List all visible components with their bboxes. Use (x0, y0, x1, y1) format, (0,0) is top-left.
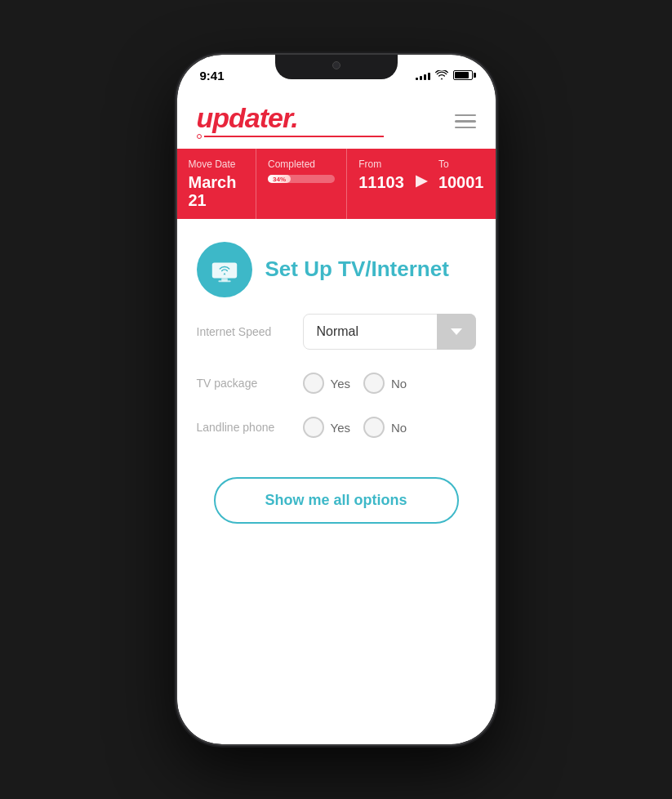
hamburger-line-1 (455, 114, 476, 117)
svg-rect-0 (211, 262, 236, 278)
tv-internet-icon (209, 254, 240, 285)
tv-package-row: TV package Yes No (197, 373, 476, 394)
completed-cell: Completed 34% (256, 149, 347, 219)
wifi-icon (435, 70, 448, 80)
signal-bar-3 (424, 74, 426, 80)
app-header: updater. (177, 91, 496, 149)
tv-package-no-radio[interactable] (363, 373, 385, 394)
cta-label: Show me all options (265, 492, 407, 508)
progress-label: 34% (273, 176, 286, 183)
landline-yes-option[interactable]: Yes (303, 417, 350, 438)
signal-bar-4 (428, 73, 430, 80)
landline-no-radio[interactable] (363, 417, 385, 438)
tv-package-yes-label: Yes (331, 377, 350, 391)
phone-screen: 9:41 (177, 55, 496, 744)
to-section: To 10001 (438, 158, 484, 191)
tv-internet-icon-circle (197, 242, 252, 297)
section-title: Set Up TV/Internet (265, 257, 449, 282)
move-date-value: March 21 (189, 173, 245, 209)
landline-no-label: No (391, 421, 407, 435)
from-section: From 11103 (358, 158, 404, 191)
from-value: 11103 (358, 173, 404, 191)
completed-label: Completed (268, 158, 335, 170)
tv-package-yes-option[interactable]: Yes (303, 373, 350, 394)
logo-text: updater. (197, 104, 384, 132)
internet-speed-label: Internet Speed (197, 325, 303, 338)
tv-package-label: TV package (197, 377, 303, 390)
battery-icon (453, 70, 473, 80)
landline-yes-radio[interactable] (303, 417, 324, 438)
hamburger-line-2 (455, 120, 476, 123)
landline-phone-radio-group: Yes No (303, 417, 476, 438)
move-date-label: Move Date (189, 158, 245, 170)
show-options-button[interactable]: Show me all options (214, 477, 459, 524)
move-date-cell: Move Date March 21 (177, 149, 257, 219)
progress-bar-container: 34% (268, 175, 335, 183)
chevron-down-icon (451, 328, 462, 335)
status-icons (416, 70, 473, 80)
tv-package-radio-group: Yes No (303, 373, 476, 394)
status-time: 9:41 (200, 69, 225, 83)
tv-package-no-label: No (391, 377, 407, 391)
svg-rect-2 (218, 280, 230, 282)
route-arrow: ▶ (416, 158, 427, 191)
phone-frame: 9:41 (177, 55, 496, 744)
stats-bar: Move Date March 21 Completed 34% From (177, 149, 496, 219)
hamburger-line-3 (455, 127, 476, 129)
tv-package-no-option[interactable]: No (363, 373, 407, 394)
form-section: Internet Speed Normal TV package Y (177, 314, 496, 438)
landline-no-option[interactable]: No (363, 417, 407, 438)
signal-bar-1 (416, 78, 418, 80)
battery-fill (455, 72, 469, 78)
tv-package-yes-radio[interactable] (303, 373, 324, 394)
cta-container: Show me all options (177, 461, 496, 548)
signal-icon (416, 70, 430, 80)
landline-yes-label: Yes (331, 421, 350, 435)
landline-phone-row: Landline phone Yes No (197, 417, 476, 438)
signal-bar-2 (420, 76, 422, 80)
to-label: To (438, 158, 484, 170)
from-label: From (358, 158, 404, 170)
logo-dash (204, 136, 384, 137)
section-header: Set Up TV/Internet (177, 219, 496, 314)
internet-speed-row: Internet Speed Normal (197, 314, 476, 350)
menu-button[interactable] (455, 114, 476, 129)
notch (275, 55, 398, 79)
select-arrow-button[interactable] (437, 314, 476, 350)
progress-bar-fill: 34% (268, 175, 291, 183)
camera (332, 61, 340, 69)
logo: updater. (197, 104, 384, 139)
landline-phone-label: Landline phone (197, 421, 303, 434)
logo-underline (197, 134, 384, 139)
route-cell: From 11103 ▶ To 10001 (347, 149, 495, 219)
internet-speed-select-container[interactable]: Normal (303, 314, 476, 350)
to-value: 10001 (438, 173, 484, 191)
app-content: updater. Move Date March 21 (177, 91, 496, 744)
logo-circle (197, 134, 202, 139)
